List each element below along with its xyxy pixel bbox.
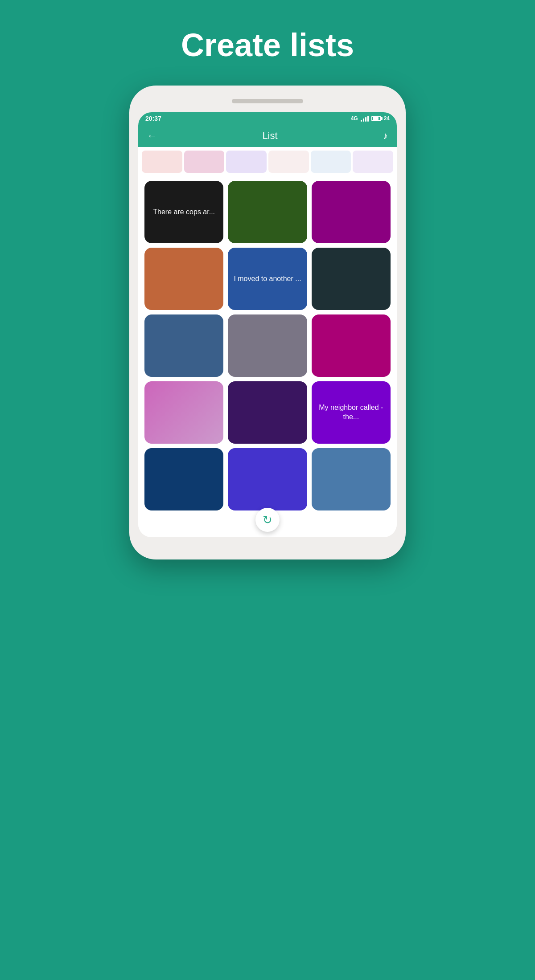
preview-cell-4 — [268, 151, 309, 173]
status-right: 4G 24 — [351, 115, 390, 122]
preview-cell-6 — [353, 151, 393, 173]
fab-refresh-button[interactable]: ↻ — [255, 508, 280, 532]
back-button[interactable]: ← — [147, 130, 157, 142]
preview-cell-1 — [142, 151, 182, 173]
signal-bars-icon — [361, 115, 369, 122]
card-12[interactable]: My neighbor called - the... — [312, 381, 391, 444]
preview-grid — [138, 147, 397, 176]
card-7[interactable] — [144, 314, 223, 377]
battery-level: 24 — [384, 115, 390, 122]
card-4[interactable] — [144, 248, 223, 310]
card-1[interactable]: There are cops ar... — [144, 181, 223, 243]
phone-bottom — [138, 537, 397, 551]
card-5-text: I moved to another ... — [234, 274, 301, 284]
music-icon[interactable]: ♪ — [383, 130, 388, 142]
card-10[interactable] — [144, 381, 223, 444]
card-grid: There are cops ar... I moved to another … — [138, 176, 397, 537]
card-14[interactable] — [228, 448, 307, 510]
card-13[interactable] — [144, 448, 223, 510]
card-3[interactable] — [312, 181, 391, 243]
card-6[interactable] — [312, 248, 391, 310]
status-bar: 20:37 4G 24 — [138, 112, 397, 125]
card-11[interactable] — [228, 381, 307, 444]
phone-screen: 20:37 4G 24 ← List ♪ — [138, 112, 397, 537]
header-title: List — [262, 130, 277, 142]
status-time: 20:37 — [145, 115, 161, 122]
signal-label: 4G — [351, 115, 358, 122]
phone-frame: 20:37 4G 24 ← List ♪ — [129, 86, 406, 559]
card-9[interactable] — [312, 314, 391, 377]
battery-icon — [371, 116, 381, 121]
page-title: Create lists — [181, 27, 354, 63]
app-header: ← List ♪ — [138, 125, 397, 147]
preview-cell-5 — [311, 151, 351, 173]
card-8[interactable] — [228, 314, 307, 377]
card-12-text: My neighbor called - the... — [316, 403, 386, 422]
card-1-text: There are cops ar... — [153, 208, 215, 217]
preview-cell-3 — [226, 151, 267, 173]
refresh-icon: ↻ — [263, 513, 272, 527]
phone-notch — [232, 99, 303, 103]
card-2[interactable] — [228, 181, 307, 243]
card-15[interactable] — [312, 448, 391, 510]
card-5[interactable]: I moved to another ... — [228, 248, 307, 310]
preview-cell-2 — [184, 151, 225, 173]
